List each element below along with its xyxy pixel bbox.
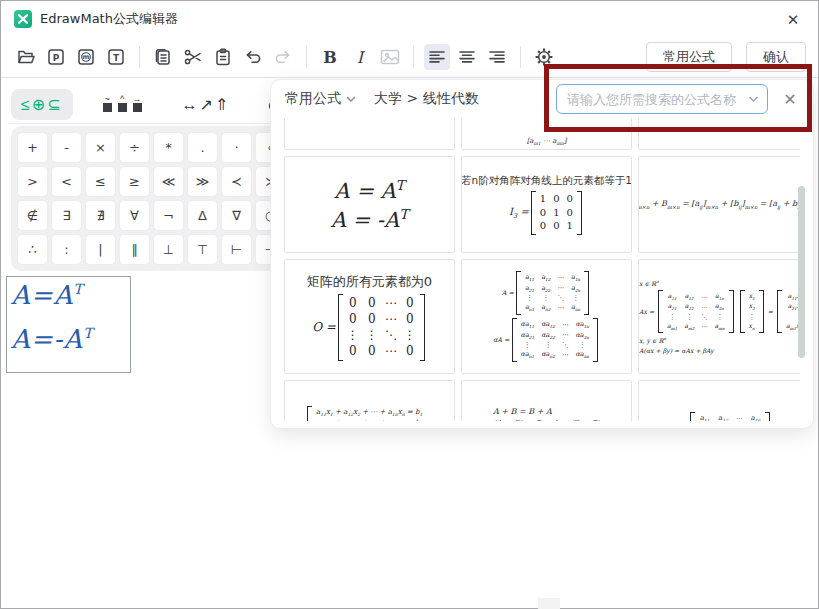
symbol-button[interactable]: ⊥ [153, 234, 184, 265]
palette-divider [9, 123, 271, 124]
symbol-button[interactable]: ÷ [119, 132, 150, 163]
formula-cell-linear-system[interactable]: a11x1 + a12x2 + ⋯ + a1nxn = b1a21x1 + a2… [284, 380, 455, 421]
symbol-button[interactable]: : [51, 234, 82, 265]
undo-icon[interactable] [240, 44, 266, 70]
popup-header: 常用公式 大学 > 线性代数 ✕ [271, 80, 813, 118]
toolbar-separator [520, 46, 521, 68]
vector-accent-icon: → [133, 96, 142, 112]
symbol-button[interactable]: ∄ [85, 200, 116, 231]
toolbar-separator [413, 46, 414, 68]
relations-symbols-icon: ≤⊕⊆ [21, 95, 63, 114]
symbol-button[interactable]: + [17, 132, 48, 163]
category-label: 常用公式 [285, 90, 341, 108]
symbol-button[interactable]: * [153, 132, 184, 163]
popup-body: [am1 ⋯ amn]A = ATA = -AT若n阶对角阵对角线上的元素都等于… [284, 118, 800, 421]
tilde-accent-icon: ~ [103, 96, 112, 112]
svg-text:m: m [83, 53, 90, 61]
open-file-icon[interactable] [13, 44, 39, 70]
content-area: ≤⊕⊆ ~ ^ → ↔↗⇑ ∂∞Ω +-×÷*.·∘><≤≥≪≫≺≻∉∃∄∀¬Δ… [1, 77, 818, 608]
symbol-button[interactable]: · [221, 132, 252, 163]
symbol-button[interactable]: ∇ [221, 200, 252, 231]
symbol-button[interactable]: ⊢ [221, 234, 252, 265]
formula-cell-linear-transformation[interactable]: x ∈ ℝnAx = a11a12⋯a1na21a22⋯a2n⋮⋮⋱⋮am1am… [638, 259, 800, 374]
paste-icon[interactable] [210, 44, 236, 70]
symbol-button[interactable]: ⊤ [187, 234, 218, 265]
common-formulas-button[interactable]: 常用公式 [646, 42, 732, 72]
symbol-button[interactable]: < [51, 166, 82, 197]
symbol-button[interactable]: ∃ [51, 200, 82, 231]
formula-cell-zero-matrix[interactable]: 矩阵的所有元素都为0O = 00⋯000⋯0⋮⋮⋱⋮00⋯0 [284, 259, 455, 374]
chevron-down-icon [346, 95, 356, 103]
redo-icon[interactable] [270, 44, 296, 70]
symbol-button[interactable]: ≺ [221, 166, 252, 197]
text-insert-icon[interactable]: T [103, 44, 129, 70]
formula-cell-partial-cell-empty-2[interactable] [638, 118, 800, 150]
formula-cell-partial-cell-matrix-bottom[interactable]: [am1 ⋯ amn] [461, 118, 632, 150]
symbol-button[interactable]: ∀ [119, 200, 150, 231]
symbol-button[interactable]: ∥ [119, 234, 150, 265]
formula-cell-partial-cell-empty-1[interactable] [284, 118, 455, 150]
search-chevron-down-icon[interactable] [748, 95, 759, 103]
category-dropdown[interactable]: 常用公式 [285, 90, 356, 108]
symbol-button[interactable]: - [51, 132, 82, 163]
symbol-button[interactable]: ≥ [119, 166, 150, 197]
popup-scrollbar[interactable] [798, 186, 805, 358]
hat-accent-icon: ^ [118, 96, 127, 112]
cut-icon[interactable] [180, 44, 206, 70]
symbol-button[interactable]: | [85, 234, 116, 265]
arrows-icon: ↔↗⇑ [182, 95, 231, 114]
canvas-formula: A=-AT [11, 324, 93, 354]
search-box [556, 84, 768, 114]
word-insert-icon[interactable]: m [73, 44, 99, 70]
canvas-formula: A=AT [11, 280, 93, 310]
formula-cell-identity-matrix[interactable]: 若n阶对角阵对角线上的元素都等于1I3 = 100010001 [461, 156, 632, 253]
palette-tab-relations[interactable]: ≤⊕⊆ [11, 89, 73, 120]
align-right-icon[interactable] [484, 44, 510, 70]
window-close-icon[interactable]: ✕ [780, 9, 806, 31]
popup-close-icon[interactable]: ✕ [781, 90, 799, 109]
formula-cell-transpose-symmetric[interactable]: A = ATA = -AT [284, 156, 455, 253]
image-icon[interactable] [377, 44, 403, 70]
copy-icon[interactable] [150, 44, 176, 70]
symbol-button[interactable]: ≪ [153, 166, 184, 197]
formula-library-popup: 常用公式 大学 > 线性代数 ✕ [am1 ⋯ amn]A = ATA = -A… [270, 79, 814, 429]
formula-cell-general-matrix[interactable]: Am×n = a11a12⋯a1na21a22⋯a2n⋮⋮⋱⋮am1am2⋯am… [638, 380, 800, 421]
toolbar-separator [306, 46, 307, 68]
align-center-icon[interactable] [454, 44, 480, 70]
confirm-button[interactable]: 确认 [746, 42, 806, 72]
titlebar[interactable]: EdrawMath公式编辑器 ✕ [1, 1, 818, 37]
svg-text:P: P [53, 53, 60, 63]
formula-canvas[interactable]: A=ATA=-AT [1, 268, 261, 468]
palette-tab-accents[interactable]: ~ ^ → [91, 90, 154, 118]
italic-icon[interactable]: I [347, 44, 373, 70]
symbol-button[interactable]: Δ [187, 200, 218, 231]
settings-gear-icon[interactable] [531, 44, 557, 70]
toolbar: P m T [1, 37, 818, 77]
bold-icon[interactable]: B [317, 44, 343, 70]
svg-text:T: T [113, 53, 120, 63]
symbol-grid: +-×÷*.·∘><≤≥≪≫≺≻∉∃∄∀¬Δ∇○∴:|∥⊥⊤⊢⊣ [11, 126, 292, 271]
canvas-formulas: A=ATA=-AT [11, 280, 93, 368]
symbol-button[interactable]: × [85, 132, 116, 163]
symbol-button[interactable]: . [187, 132, 218, 163]
symbol-button[interactable]: ¬ [153, 200, 184, 231]
symbol-button[interactable]: ≫ [187, 166, 218, 197]
symbol-button[interactable]: ∉ [17, 200, 48, 231]
search-input[interactable] [556, 84, 768, 114]
align-left-icon[interactable] [424, 44, 450, 70]
breadcrumb[interactable]: 大学 > 线性代数 [374, 90, 479, 108]
symbol-button[interactable]: > [17, 166, 48, 197]
resize-handle[interactable] [538, 598, 560, 609]
window-title: EdrawMath公式编辑器 [40, 10, 178, 28]
formula-cell-matrix-laws[interactable]: A + B = B + A(A + B) + C = A + (B + C)(α… [461, 380, 632, 421]
formula-cell-scalar-multiplication[interactable]: A = a11a12⋯a1na21a22⋯a2n⋮⋮⋱⋮an1an2⋯annαA… [461, 259, 632, 374]
formula-cell-matrix-addition[interactable]: Am×n + Bm×n = [aij]m×n + [bij]m×n = [aij… [638, 156, 800, 253]
edrawmath-window: EdrawMath公式编辑器 ✕ P m T [0, 0, 819, 609]
symbol-button[interactable]: ≤ [85, 166, 116, 197]
powerpoint-insert-icon[interactable]: P [43, 44, 69, 70]
palette-tab-arrows[interactable]: ↔↗⇑ [172, 89, 241, 120]
toolbar-separator [139, 46, 140, 68]
edrawmath-logo-icon [14, 10, 32, 28]
symbol-button[interactable]: ∴ [17, 234, 48, 265]
